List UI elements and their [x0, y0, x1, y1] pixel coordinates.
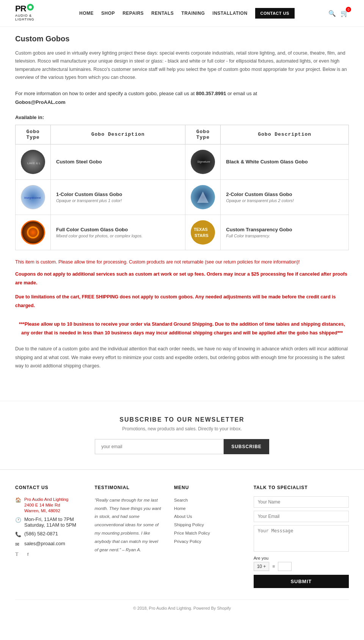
gobo-desc-steel: Custom Steel Gobo: [51, 144, 185, 179]
available-in-label: Available in:: [15, 115, 349, 120]
are-you-label: Are you: [254, 556, 349, 560]
search-icon[interactable]: 🔍: [328, 10, 336, 17]
email-icon: ✉: [15, 541, 21, 547]
main-nav: HOME SHOP REPAIRS RENTALS TRAINING INSTA…: [79, 8, 295, 19]
menu-search[interactable]: Search: [174, 496, 242, 505]
notice-2: Coupons do not apply to additional servi…: [15, 270, 349, 287]
notice-4: ***Please allow up to 10 business to rec…: [15, 320, 349, 337]
footer-contact-heading: CONTACT US: [15, 485, 83, 490]
gobo-desc-transparency: Custom Transparency Gobo Full Color tran…: [221, 215, 349, 250]
nav-contact[interactable]: CONTACT US: [255, 8, 295, 19]
footer-address-row: 🏠 Pro Audio And Lighting 2400 E 14 Mile …: [15, 496, 83, 513]
newsletter-title: SUBSCRIBE TO OUR NEWSLETTER: [15, 416, 349, 423]
gobo-img-cell-fullcolor: [16, 215, 51, 250]
gobo-img-1color: bluegrassbeal: [21, 185, 45, 209]
nav-installation[interactable]: INSTALLATION: [212, 11, 247, 16]
footer-menu-heading: MENU: [174, 485, 242, 490]
footer-contact: CONTACT US 🏠 Pro Audio And Lighting 2400…: [15, 485, 83, 588]
location-icon: 🏠: [15, 497, 21, 503]
hours-weekday: Mon-Fri, 11AM to 7PM: [24, 516, 74, 522]
svg-text:Signature: Signature: [197, 160, 210, 163]
nav-shop[interactable]: SHOP: [101, 11, 115, 16]
svg-text:TEXAS: TEXAS: [194, 227, 208, 232]
gobo-name-2color: 2-Color Custom Glass Gobo: [226, 191, 343, 197]
footer-email: sales@proaal.com: [24, 541, 65, 546]
svg-text:bluegrassbeal: bluegrassbeal: [24, 196, 41, 199]
footer-social: 𝕋 f: [15, 551, 83, 559]
gobo-img-cell-2color: [185, 179, 221, 215]
svg-text:LAKE & LORE: LAKE & LORE: [27, 162, 41, 165]
gobo-img-cell-bwglass: Signature: [185, 144, 221, 179]
footer-testimonial-heading: TESTIMONIAL: [95, 485, 163, 490]
contact-line: For more information on how to order and…: [15, 91, 195, 96]
nav-rentals[interactable]: RENTALS: [151, 11, 174, 16]
gobo-name-1color: 1-Color Custom Glass Gobo: [56, 191, 180, 197]
footer-email-row: ✉ sales@proaal.com: [15, 541, 83, 547]
notice-3: Due to limitations of the cart, FREE SHI…: [15, 293, 349, 310]
logo[interactable]: PR AUDIO & LIGHTING: [15, 4, 46, 23]
email-address: Gobos@ProAAL.com: [15, 99, 66, 105]
captcha-num: 10 +: [254, 562, 270, 571]
specialist-email-input[interactable]: [254, 511, 349, 522]
logo-sub: AUDIO & LIGHTING: [15, 14, 46, 21]
newsletter-subtitle: Promotions, new products and sales. Dire…: [15, 426, 349, 431]
gobo-name-fullcolor: Full Color Custom Glass Gobo: [56, 227, 180, 232]
gobo-sub-2color: Opaque or transparent plus 2 colors!: [226, 198, 343, 203]
specialist-name-input[interactable]: [254, 496, 349, 508]
nav-home[interactable]: HOME: [79, 11, 94, 16]
specialist-submit-button[interactable]: SUBMIT: [254, 575, 349, 588]
newsletter-section: SUBSCRIBE TO OUR NEWSLETTER Promotions, …: [0, 401, 364, 469]
gobo-img-fullcolor: [21, 220, 45, 245]
footer-specialist: TALK TO SPECIALIST Are you 10 + = SUBMIT: [254, 485, 349, 588]
captcha-row: 10 + =: [254, 562, 349, 571]
page-title: Custom Gobos: [15, 35, 349, 43]
newsletter-email-input[interactable]: [95, 439, 224, 454]
footer-address: Pro Audio And Lighting 2400 E 14 Mile Rd…: [24, 496, 68, 513]
gobo-img-cell-1color: bluegrassbeal: [16, 179, 51, 215]
menu-about[interactable]: About Us: [174, 513, 242, 521]
menu-price-match[interactable]: Price Match Policy: [174, 529, 242, 538]
clock-icon: 🕐: [15, 517, 21, 523]
footer-hours: Mon-Fri, 11AM to 7PM Saturday, 11AM to 5…: [24, 516, 76, 528]
gobo-img-cell-steel: LAKE & LORE: [16, 144, 51, 179]
cart-badge: 0: [346, 7, 351, 12]
menu-home[interactable]: Home: [174, 505, 242, 513]
gobo-sub-fullcolor: Mixed color good for photos, or complex …: [56, 234, 180, 238]
notice-1: This item is custom. Please allow time f…: [15, 258, 349, 267]
gobo-table: Gobo Type Gobo Description Gobo Type Gob…: [15, 125, 349, 250]
facebook-icon[interactable]: f: [27, 551, 36, 559]
col-header-gobo-desc-1: Gobo Description: [51, 125, 185, 144]
captcha-answer-input[interactable]: [278, 562, 292, 571]
footer-phone-row: 📞 (586) 582-0871: [15, 531, 83, 538]
header-icons: 🔍 🛒 0: [328, 9, 349, 17]
nav-repairs[interactable]: REPAIRS: [122, 11, 144, 16]
phone-number: 800.357.8991: [196, 91, 226, 96]
gobo-desc-2color: 2-Color Custom Glass Gobo Opaque or tran…: [221, 179, 349, 215]
gobo-img-bwglass: Signature: [191, 150, 215, 174]
footer-phone: (586) 582-0871: [24, 531, 58, 536]
table-row: LAKE & LORE Custom Steel Gobo Signature …: [16, 144, 349, 179]
intro-text: Custom gobos are used in virtually every…: [15, 49, 349, 82]
nav-training[interactable]: TRAINING: [181, 11, 205, 16]
contact-info: For more information on how to order and…: [15, 89, 349, 107]
testimonial-quote: "Really came through for me last month. …: [95, 496, 163, 554]
specialist-message-input[interactable]: [254, 525, 349, 552]
col-header-gobo-desc-2: Gobo Description: [221, 125, 349, 144]
footer-specialist-heading: TALK TO SPECIALIST: [254, 485, 349, 490]
footer-grid: CONTACT US 🏠 Pro Audio And Lighting 2400…: [15, 485, 349, 588]
menu-privacy[interactable]: Privacy Policy: [174, 538, 242, 546]
gobo-img-transparency: TEXASSTARS: [191, 220, 215, 245]
twitter-icon[interactable]: 𝕋: [15, 551, 24, 559]
newsletter-subscribe-button[interactable]: SUBSCRIBE: [224, 439, 269, 454]
logo-text: PR: [15, 4, 34, 13]
company-name: Pro Audio And Lighting: [24, 497, 68, 502]
gobo-sub-1color: Opaque or transparent plus 1 color!: [56, 198, 180, 203]
footer-bottom: © 2018, Pro Audio And Lighting. Powered …: [15, 599, 349, 610]
disclaimer: Due to the nature of a custom gobo and t…: [15, 345, 349, 370]
cart-wrapper[interactable]: 🛒 0: [340, 9, 349, 17]
address-line2: Warren, MI, 48092: [24, 508, 60, 513]
col-header-gobo-type-1: Gobo Type: [16, 125, 51, 144]
col-header-gobo-type-2: Gobo Type: [185, 125, 221, 144]
gobo-sub-transparency: Full Color transparency.: [226, 234, 343, 238]
menu-shipping[interactable]: Shipping Policy: [174, 521, 242, 529]
